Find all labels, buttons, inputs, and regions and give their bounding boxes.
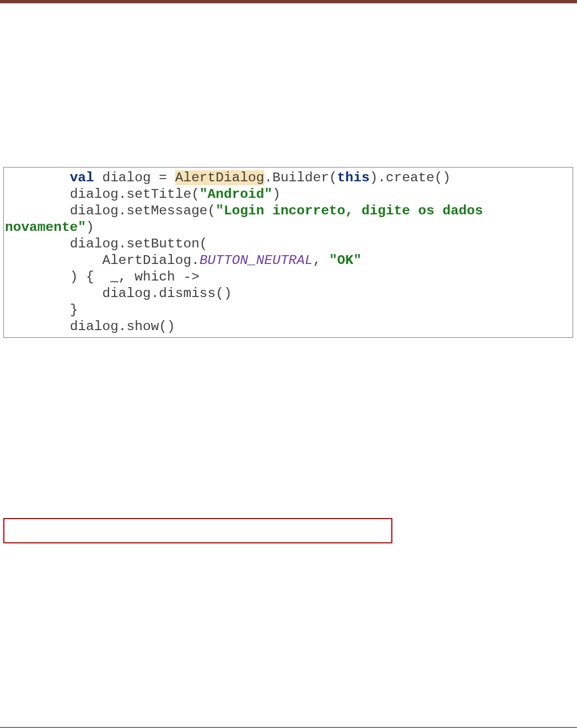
code-indent [5, 236, 70, 251]
code-text: ) [86, 220, 94, 235]
code-indent [5, 303, 70, 317]
code-text: dialog.setTitle( [70, 187, 199, 202]
code-text: dialog.dismiss() [102, 286, 231, 301]
code-text: } [70, 303, 78, 317]
code-indent [5, 187, 70, 202]
string-literal: "Login incorreto, digite os dados [215, 203, 491, 218]
document-page: val dialog = AlertDialog.Builder(this).c… [0, 0, 577, 728]
code-text: ) [272, 187, 281, 202]
top-border-rule [0, 0, 577, 3]
code-snippet-box: val dialog = AlertDialog.Builder(this).c… [3, 167, 573, 338]
code-text: , which -> [118, 269, 199, 284]
code-text: ) { [70, 269, 111, 284]
code-indent [5, 319, 70, 334]
code-indent [5, 203, 70, 218]
code-indent [5, 170, 70, 185]
lambda-unused-param: _ [110, 269, 118, 284]
code-text: dialog = [102, 170, 175, 185]
code-text: dialog.setMessage( [70, 203, 216, 218]
string-literal: "Android" [199, 187, 272, 202]
keyword-this: this [337, 170, 370, 185]
code-indent [5, 269, 70, 284]
code-text: AlertDialog. [102, 253, 199, 268]
code-indent [5, 253, 102, 268]
code-text: , [313, 253, 329, 268]
keyword-val: val [70, 170, 94, 185]
code-text: .Builder( [265, 170, 337, 185]
code-text: ).create() [370, 170, 451, 185]
code-text: dialog.show() [70, 319, 175, 334]
code-text: dialog.setButton( [70, 236, 208, 251]
empty-highlight-box [3, 518, 392, 543]
code-indent [5, 286, 102, 301]
string-literal: "OK" [329, 253, 362, 268]
code-text [94, 170, 103, 185]
highlighted-class-name: AlertDialog [175, 170, 265, 185]
string-literal: novamente" [5, 220, 86, 235]
constant-name: BUTTON_NEUTRAL [199, 253, 313, 268]
